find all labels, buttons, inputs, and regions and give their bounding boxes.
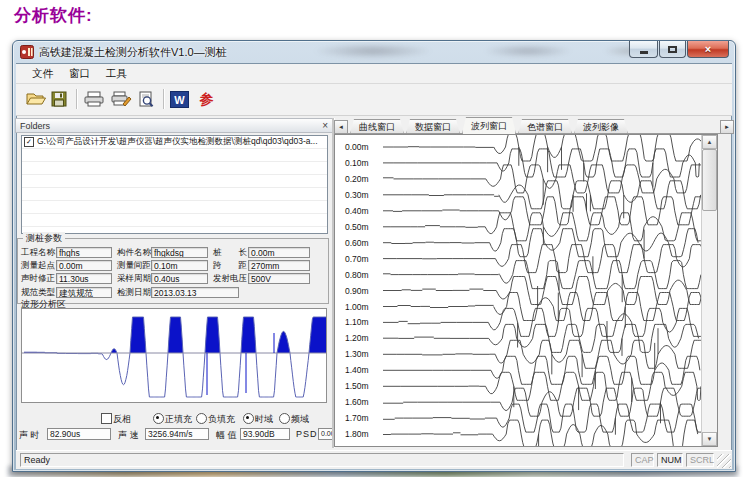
status-message: Ready [20,453,624,467]
page-title: 分析软件: [14,4,93,27]
tab-curve-window[interactable]: 曲线窗口 [350,119,404,134]
menu-item-file[interactable]: 文件 [24,65,61,83]
maximize-icon [668,46,677,53]
folders-listbox: ✓ G:\公司产品设计开发\超声仪器\超声仪实地检测数据\测桩qd\qd03\q… [21,135,328,234]
param-field[interactable]: fhgkdsg [151,247,208,258]
wave-train-area: 0.00m0.10m0.20m0.30m0.40m0.50m0.60m0.70m… [334,134,718,447]
trace-depth-label: 1.70m [345,413,369,423]
param-field[interactable]: 270mm [248,260,310,271]
folders-panel-header: Folders × [15,118,333,133]
wave-trace [383,293,703,348]
trace-depth-label: 1.30m [345,349,369,359]
trace-depth-label: 0.90m [345,286,369,296]
vertical-scrollbar[interactable]: ▲ ▼ [701,135,717,446]
app-icon [20,45,34,59]
toolbar-separator [163,89,165,109]
wave-traces-svg [335,135,703,447]
open-file-button[interactable] [24,88,47,111]
freq-domain-radio[interactable] [279,413,290,424]
tab-spectrum-window[interactable]: 色谱窗口 [518,119,572,134]
fill-negative-radio[interactable] [196,413,207,424]
maximize-button[interactable] [659,41,686,58]
trace-depth-label: 1.10m [345,317,369,327]
param-label: 跨 距 [213,260,247,271]
print-preview-button[interactable] [134,88,157,111]
param-field[interactable]: 11.30us [56,273,112,284]
folders-list-item[interactable]: ✓ G:\公司产品设计开发\超声仪器\超声仪实地检测数据\测桩qd\qd03\q… [22,136,327,149]
view-tab-bar: ◄ 曲线窗口 数据窗口 波列窗口 色谱窗口 波列影像 ► [334,118,732,134]
resize-grip[interactable] [717,454,731,468]
param-field[interactable]: 2013.03.13 [151,287,239,298]
amplitude-field[interactable]: 93.90dB [240,428,290,440]
trace-depth-label: 0.60m [345,238,369,248]
menu-bar: 文件 窗口 工具 [16,64,732,84]
print-button[interactable] [82,88,105,111]
save-button[interactable] [47,88,70,111]
print-setup-button[interactable] [109,88,132,111]
tab-wavetrain-image[interactable]: 波列影像 [574,119,628,134]
sound-time-field[interactable]: 82.90us [47,428,111,440]
wave-trace [383,378,703,423]
export-word-button[interactable]: W [168,88,191,111]
scroll-up-button[interactable]: ▲ [702,135,717,149]
wave-trace [383,256,701,302]
glass-blur-decoration [483,44,573,58]
reference-button[interactable]: 参 [195,88,218,111]
window-controls: × [628,41,729,58]
param-field[interactable]: 0.10m [151,260,208,271]
fill-positive-label: 正填充 [165,413,192,426]
sound-time-label: 声 时 [19,429,40,442]
tab-scroll-right-button[interactable]: ► [720,120,734,134]
file-checkbox[interactable]: ✓ [24,137,34,147]
file-path-label: G:\公司产品设计开发\超声仪器\超声仪实地检测数据\测桩qd\qd03\qd0… [37,136,318,148]
invert-checkbox[interactable] [101,413,112,424]
invert-label: 反相 [113,413,131,426]
trace-depth-label: 1.20m [345,333,369,343]
param-field[interactable]: fhghs [56,247,112,258]
param-label: 构件名称 [117,247,151,258]
empty-list-row [22,162,327,175]
trace-depth-label: 0.70m [345,254,369,264]
wave-trace [383,420,698,447]
app-window: 高铁建混凝土检测分析软件V1.0—测桩 × 文件 窗口 工具 [12,40,736,472]
trace-depth-label: 0.80m [345,270,369,280]
param-label: 桩 长 [213,247,247,258]
trace-depth-label: 1.80m [345,429,369,439]
scroll-down-button[interactable]: ▼ [702,432,717,446]
empty-list-row [22,227,327,234]
param-field[interactable]: 建筑规范 [56,287,112,298]
minimize-button[interactable] [629,41,658,58]
param-label: 工程名称 [21,247,55,258]
param-field[interactable]: 500V [248,273,310,284]
empty-list-row [22,149,327,162]
window-title: 高铁建混凝土检测分析软件V1.0—测桩 [39,45,227,60]
preview-magnifier-icon [138,91,154,109]
down-arrow-icon: ▼ [707,436,713,442]
window-titlebar[interactable]: 高铁建混凝土检测分析软件V1.0—测桩 × [13,41,735,63]
menu-item-tools[interactable]: 工具 [98,65,135,83]
trace-depth-label: 0.40m [345,206,369,216]
tab-wavetrain-window[interactable]: 波列窗口 [462,117,516,134]
empty-list-row [22,201,327,214]
fill-positive-radio[interactable] [153,413,164,424]
open-folder-icon [26,91,46,108]
param-field[interactable]: 0.00m [56,260,112,271]
wave-trace [383,321,699,356]
sound-speed-field[interactable]: 3256.94m/s [145,428,209,440]
tab-data-window[interactable]: 数据窗口 [406,119,460,134]
close-button[interactable]: × [687,41,729,58]
wave-trace [383,149,699,187]
tab-scroll-left-button[interactable]: ◄ [334,120,348,134]
right-arrow-icon: ► [724,124,730,130]
scroll-thumb[interactable] [702,149,717,211]
up-arrow-icon: ▲ [707,139,713,145]
reference-char-icon: 参 [200,91,214,109]
param-field[interactable]: 0.40us [151,273,208,284]
trace-depth-label: 1.60m [345,397,369,407]
amplitude-label: 幅 值 [216,429,237,442]
param-field[interactable]: 0.00m [248,247,310,258]
menu-item-window[interactable]: 窗口 [61,65,98,83]
time-domain-radio[interactable] [243,413,254,424]
folders-close-icon[interactable]: × [322,121,328,130]
empty-list-row [22,175,327,188]
